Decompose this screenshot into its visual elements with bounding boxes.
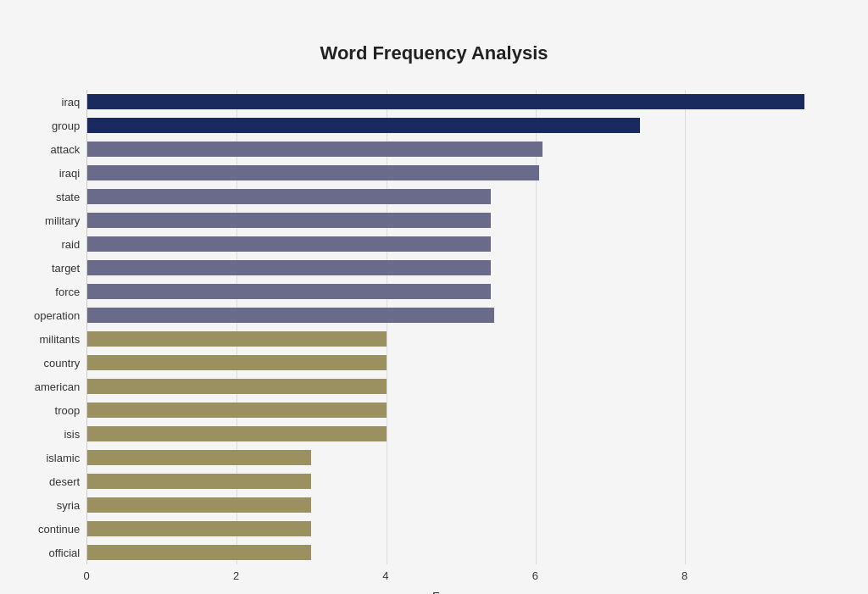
chart-container: Word Frequency Analysis iraqgroupattacki… xyxy=(17,17,851,594)
y-label: raid xyxy=(62,232,81,256)
bar xyxy=(87,426,386,441)
bar xyxy=(87,379,386,394)
x-tick: 2 xyxy=(233,569,239,582)
y-label: continue xyxy=(38,517,80,541)
bar-row xyxy=(87,137,834,161)
y-label: iraqi xyxy=(59,161,81,185)
bar xyxy=(87,118,640,133)
bar-row xyxy=(87,161,834,185)
bar-row xyxy=(87,422,834,446)
bar-row xyxy=(87,493,834,517)
bar xyxy=(87,142,542,157)
x-axis-label: Frequency xyxy=(86,590,834,594)
x-tick: 4 xyxy=(382,569,388,582)
bar xyxy=(87,236,491,252)
bar-row xyxy=(87,375,834,398)
y-label: desert xyxy=(49,469,80,493)
bar xyxy=(87,521,311,536)
y-label: american xyxy=(35,375,80,398)
chart-area: iraqgroupattackiraqistatemilitaryraidtar… xyxy=(34,90,834,594)
bars-area xyxy=(86,90,834,564)
y-label: troop xyxy=(55,398,81,422)
bar xyxy=(87,331,386,347)
bar-row xyxy=(87,114,834,137)
bar xyxy=(87,284,491,299)
x-tick: 0 xyxy=(84,569,90,582)
bar xyxy=(87,165,539,180)
y-label: force xyxy=(55,280,80,303)
bar xyxy=(87,308,494,323)
bar xyxy=(87,260,491,275)
bar xyxy=(87,189,491,204)
y-label: military xyxy=(45,208,80,232)
y-label: isis xyxy=(64,422,80,446)
bar-row xyxy=(87,517,834,541)
bar xyxy=(87,497,311,513)
y-label: target xyxy=(52,256,80,280)
y-label: islamic xyxy=(46,446,80,469)
bar-row xyxy=(87,446,834,469)
y-label: official xyxy=(49,541,81,564)
x-tick: 6 xyxy=(532,569,538,582)
bar-row xyxy=(87,256,834,280)
bar-row xyxy=(87,398,834,422)
bar xyxy=(87,474,311,489)
bar-row xyxy=(87,351,834,375)
chart-title: Word Frequency Analysis xyxy=(34,42,834,64)
bar xyxy=(87,402,386,418)
x-tick: 8 xyxy=(682,569,687,582)
bar xyxy=(87,355,386,370)
bar xyxy=(87,450,311,465)
bar-row xyxy=(87,303,834,327)
x-axis: 02468 xyxy=(86,564,834,581)
bar-row xyxy=(87,208,834,232)
bar-row xyxy=(87,90,834,114)
y-label: iraq xyxy=(62,90,81,114)
bar xyxy=(87,94,804,109)
y-label: attack xyxy=(51,137,81,161)
bar-row xyxy=(87,541,834,564)
bar-row xyxy=(87,232,834,256)
y-label: country xyxy=(44,351,81,375)
bar-row xyxy=(87,327,834,351)
bar-row xyxy=(87,185,834,208)
y-axis: iraqgroupattackiraqistatemilitaryraidtar… xyxy=(34,90,86,594)
y-label: operation xyxy=(34,303,80,327)
y-label: syria xyxy=(57,493,80,517)
bar xyxy=(87,213,491,228)
y-label: militants xyxy=(40,327,81,351)
bars-and-xaxis: 02468 Frequency xyxy=(86,90,834,594)
y-label: group xyxy=(52,114,80,137)
bar xyxy=(87,545,311,560)
bar-row xyxy=(87,469,834,493)
y-label: state xyxy=(56,185,80,208)
bar-row xyxy=(87,280,834,303)
